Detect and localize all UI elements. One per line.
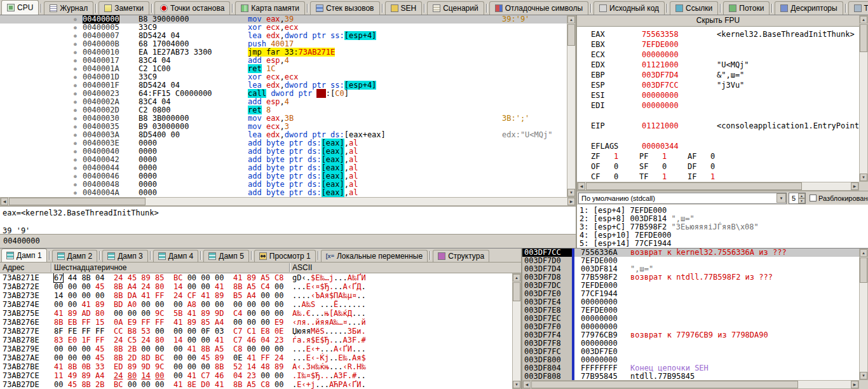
register-row[interactable]: EDI00000000 <box>577 100 859 111</box>
tab-callstack-5[interactable]: Стек вызовов <box>310 1 380 15</box>
register-row[interactable]: EBX7EFDE000 <box>577 39 859 50</box>
breakpoint-dot-icon[interactable]: ● <box>74 48 77 57</box>
breakpoint-dot-icon[interactable]: ● <box>74 90 77 98</box>
tab-memmap-4[interactable]: Карта памяти <box>235 1 305 15</box>
scrollbar-thumb[interactable] <box>9 198 146 205</box>
dump-row[interactable]: 73AB275E41 89 AD 80 00 00 00 9C 5B 41 89… <box>0 309 512 318</box>
breakpoint-dot-icon[interactable]: ● <box>74 57 77 65</box>
register-row[interactable]: ESP003DF7CC"j3Vu" <box>577 80 859 90</box>
scroll-left-icon[interactable]: ◀ <box>523 381 531 388</box>
tab-cpu-0[interactable]: CPU <box>1 0 39 15</box>
unlocked-checkbox[interactable] <box>810 194 817 201</box>
register-row[interactable]: EBP003DF7D4&",ш=" <box>577 70 859 80</box>
breakpoint-dot-icon[interactable]: ● <box>74 172 77 181</box>
disasm-row[interactable]: ●0040004A0000add byte ptr ds:[eax],al <box>0 189 567 197</box>
dump-row[interactable]: 73AB273E14 00 00 00 8B DA 41 FF 24 CF 41… <box>0 291 512 300</box>
scroll-right-icon[interactable]: ▶ <box>567 198 575 205</box>
dump-row[interactable]: 73AB27BE41 8B 0B 33 ED 89 9D 9C 00 00 00… <box>0 362 512 371</box>
tab-breakpoints-3[interactable]: Точки останова <box>154 1 230 15</box>
hide-fpu-button[interactable]: Скрыть FPU <box>577 15 859 27</box>
dump-row[interactable]: 73AB277E8F FE FF FF CC B8 53 00 00 00 0F… <box>0 327 512 336</box>
breakpoint-dot-icon[interactable]: ● <box>74 181 77 189</box>
tab-symbols-8[interactable]: Отладочные символы <box>489 1 588 15</box>
tab-script-7[interactable]: Сценарий <box>427 1 484 15</box>
dropdown-arrow-icon[interactable]: ▼ <box>776 193 786 203</box>
registers-vscrollbar[interactable]: ▲ ▼ <box>859 15 868 182</box>
breakpoint-dot-icon[interactable]: ● <box>74 98 77 106</box>
stack-row[interactable]: 003DF7FC003DF7E0 <box>522 348 859 356</box>
scroll-left-icon[interactable]: ◀ <box>1 198 8 205</box>
register-row[interactable]: ESI00000000 <box>577 90 859 100</box>
dump-row[interactable]: 73AB272E00 00 00 45 8B A4 24 80 14 00 00… <box>0 282 512 291</box>
stack-row[interactable]: 003DF7F800000000 <box>522 339 859 348</box>
dump-row[interactable]: 73AB278E83 E0 1F FF 24 C5 24 80 14 00 00… <box>0 336 512 345</box>
breakpoint-dot-icon[interactable]: ● <box>74 15 77 24</box>
scrollbar-thumb[interactable] <box>513 282 520 301</box>
stack-row[interactable]: 003DF7D877B598F2возврат к ntdll.77B598F2… <box>522 273 859 282</box>
tab-locals-6[interactable]: [x=Локальные переменные <box>321 250 428 262</box>
scroll-right-icon[interactable]: ▶ <box>851 182 858 190</box>
tab-threads-11[interactable]: Потоки <box>723 1 770 15</box>
spinner-up-icon[interactable]: ▲ <box>798 193 805 198</box>
stack-row[interactable]: 003DF7DC7EFDE000 <box>522 282 859 290</box>
stack-hscrollbar[interactable]: ◀ ▶ <box>522 380 859 389</box>
dump-vscrollbar[interactable]: ▲ ▼ <box>512 273 521 389</box>
dump-row[interactable]: 73AB27AE00 00 00 45 8B 2D 8D BC 00 00 45… <box>0 353 512 362</box>
tab-dump-1[interactable]: Дамп 2 <box>52 250 98 262</box>
scroll-up-icon[interactable]: ▲ <box>567 16 575 24</box>
breakpoint-dot-icon[interactable]: ● <box>74 131 77 139</box>
tab-seh-6[interactable]: SEH <box>385 1 423 15</box>
register-row[interactable]: ECX00000000 <box>577 50 859 60</box>
scroll-up-icon[interactable]: ▲ <box>860 249 867 257</box>
tab-trace-13[interactable]: Тр <box>848 1 868 15</box>
arg-count-spinner[interactable]: 5 ▲▼ <box>789 193 806 204</box>
breakpoint-dot-icon[interactable]: ● <box>74 24 77 32</box>
tab-dump-3[interactable]: Дамп 4 <box>153 250 199 262</box>
tab-dump-2[interactable]: Дамп 3 <box>102 250 148 262</box>
dump-row[interactable]: 73AB276E8B EB FF 15 0A E9 FF FF 41 89 85… <box>0 318 512 327</box>
register-row[interactable]: EDX01121000"U<MQj" <box>577 60 859 70</box>
scrollbar-thumb[interactable] <box>531 381 798 388</box>
stack-row[interactable]: 003DF7E400000000 <box>522 298 859 306</box>
scroll-right-icon[interactable]: ▶ <box>851 381 858 388</box>
breakpoint-dot-icon[interactable]: ● <box>74 123 77 131</box>
scrollbar-thumb[interactable] <box>567 24 575 46</box>
registers-hscrollbar[interactable]: ◀ ▶ <box>577 182 859 191</box>
breakpoint-dot-icon[interactable]: ● <box>74 147 77 156</box>
tab-dump-0[interactable]: Дамп 1 <box>1 249 47 262</box>
scroll-left-icon[interactable]: ◀ <box>578 182 585 190</box>
tab-source-9[interactable]: Исходный код <box>593 1 665 15</box>
scroll-down-icon[interactable]: ▼ <box>513 381 520 388</box>
breakpoint-dot-icon[interactable]: ● <box>74 65 77 73</box>
argument-row[interactable]: 5: [esp+14] 77CF1944 <box>580 240 868 248</box>
register-row[interactable]: EFLAGS00000344 <box>577 141 859 151</box>
tab-watch-5[interactable]: Просмотр 1 <box>254 250 316 262</box>
dump-row[interactable]: 73AB271E67 44 8B 04 24 45 89 85 BC 00 00… <box>0 273 512 282</box>
breakpoint-dot-icon[interactable]: ● <box>74 40 77 48</box>
calling-convention-select[interactable]: По умолчанию (stdcall) ▼ <box>578 193 787 204</box>
tab-handles-12[interactable]: Дескрипторы <box>775 1 843 15</box>
disassembly-hscrollbar[interactable]: ◀ ▶ <box>0 197 576 206</box>
register-row[interactable]: EIP01121000<consoleapplication1.EntryPoi… <box>577 121 859 131</box>
stack-row[interactable]: 003DF7D07EFDE000 <box>522 257 859 265</box>
breakpoint-dot-icon[interactable]: ● <box>74 106 77 114</box>
scroll-up-icon[interactable]: ▲ <box>513 274 520 282</box>
breakpoint-dot-icon[interactable]: ● <box>74 32 77 40</box>
stack-vscrollbar[interactable]: ▲ ▼ <box>859 249 868 380</box>
dump-row[interactable]: 73AB27DE00 45 8B 2B BC 00 00 00 41 8E D0… <box>0 380 512 389</box>
breakpoint-dot-icon[interactable]: ● <box>74 114 77 123</box>
scrollbar-thumb[interactable] <box>586 182 802 190</box>
disassembly-vscrollbar[interactable]: ▲ ▼ <box>567 15 576 197</box>
dump-row[interactable]: 73AB279E00 00 00 45 8B 2B 00 00 00 41 8B… <box>0 345 512 353</box>
stack-row[interactable]: 003DF7E87EFDE000 <box>522 306 859 315</box>
breakpoint-dot-icon[interactable]: ● <box>74 73 77 81</box>
scrollbar-thumb[interactable] <box>860 24 867 52</box>
breakpoint-dot-icon[interactable]: ● <box>74 189 77 197</box>
scroll-down-icon[interactable]: ▼ <box>860 174 867 181</box>
spinner-down-icon[interactable]: ▼ <box>798 198 805 203</box>
tab-struct-7[interactable]: Структура <box>433 250 489 262</box>
dump-row[interactable]: 73AB274E00 00 41 89 BD A0 00 00 00 A8 00… <box>0 300 512 309</box>
tab-log-1[interactable]: Журнал <box>44 1 93 15</box>
breakpoint-dot-icon[interactable]: ● <box>74 139 77 147</box>
breakpoint-dot-icon[interactable]: ● <box>74 164 77 172</box>
